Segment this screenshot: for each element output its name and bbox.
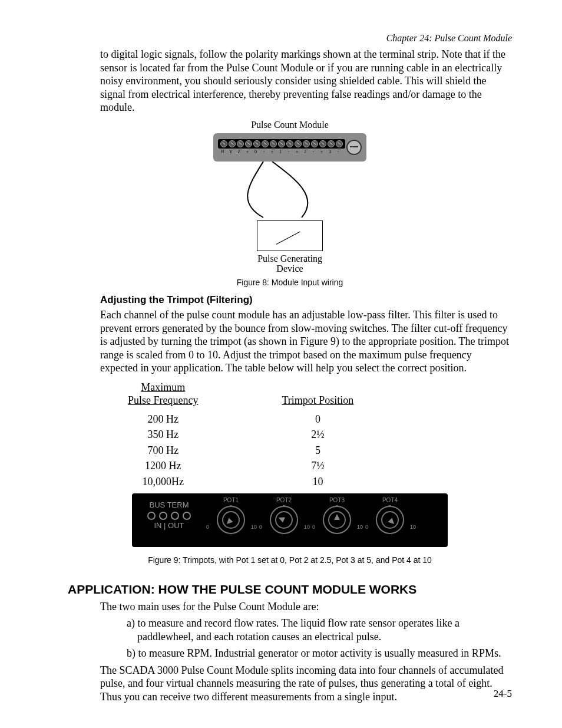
- pot-2: POT2 5 010: [260, 497, 308, 534]
- pot-3: POT3 5 010: [313, 497, 361, 534]
- wiring-diagram-icon: [231, 162, 349, 220]
- application-heading: APPLICATION: HOW THE PULSE COUNT MODULE …: [68, 582, 512, 597]
- application-closing: The SCADA 3000 Pulse Count Module splits…: [100, 664, 512, 704]
- trimpot-table: Maximum Pulse Frequency Trimpot Position…: [127, 380, 378, 490]
- module-terminal-strip: BYZ +0- +1- +2- +3-: [213, 133, 366, 162]
- chapter-header: Chapter 24: Pulse Count Module: [68, 32, 512, 44]
- figure-8-caption: Figure 8: Module Input wiring: [68, 278, 512, 288]
- trimpot-heading: Adjusting the Trimpot (Filtering): [100, 294, 512, 306]
- bus-term-block: BUS TERM IN | OUT: [137, 501, 201, 530]
- pot-1: POT1 5 010: [207, 497, 254, 534]
- module-mounting-screw-icon: [346, 140, 362, 155]
- figure-8: Pulse Count Module BYZ +0- +1- +2-: [68, 119, 512, 274]
- figure-9-trimpots: BUS TERM IN | OUT POT1 5 010 POT2 5 010 …: [132, 493, 448, 547]
- terminal-labels: BYZ +0- +1- +2- +3-: [218, 149, 345, 155]
- table-header-position: Trimpot Position: [258, 381, 377, 411]
- figure-8-device-label: Pulse Generating Device: [213, 253, 366, 274]
- table-row: 10,000Hz10: [128, 475, 377, 489]
- pulse-generating-device-icon: [257, 220, 323, 251]
- terminal-screws: [218, 139, 345, 149]
- trimpot-paragraph: Each channel of the pulse count module h…: [100, 308, 512, 375]
- table-header-frequency: Maximum Pulse Frequency: [128, 381, 257, 411]
- figure-9-caption: Figure 9: Trimpots, with Pot 1 set at 0,…: [68, 555, 512, 566]
- application-intro: The two main uses for the Pulse Count Mo…: [100, 600, 512, 614]
- page-number: 24-5: [494, 687, 512, 700]
- application-item-b: b) to measure RPM. Industrial generator …: [127, 647, 512, 660]
- application-item-a: a) to measure and record flow rates. The…: [127, 617, 512, 643]
- table-row: 1200 Hz7½: [128, 459, 377, 473]
- pot-4: POT4 5 010: [366, 497, 414, 534]
- table-row: 350 Hz2½: [128, 427, 377, 442]
- figure-8-title: Pulse Count Module: [213, 119, 366, 131]
- table-row: 200 Hz0: [128, 412, 377, 427]
- intro-paragraph: to digital logic signals, follow the pol…: [100, 48, 512, 114]
- table-row: 700 Hz5: [128, 443, 377, 458]
